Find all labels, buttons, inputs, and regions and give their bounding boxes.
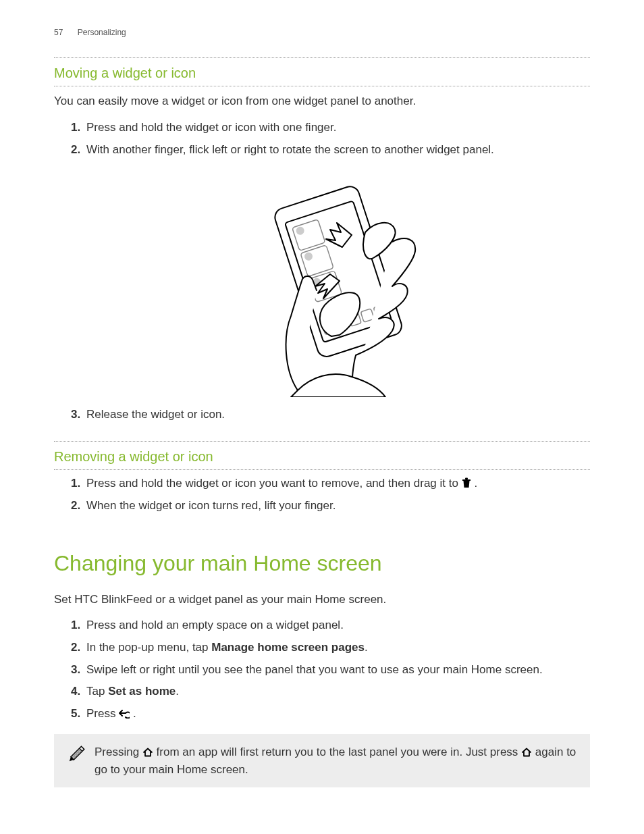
changing-intro: Set HTC BlinkFeed or a widget panel as y… [54, 592, 590, 608]
trash-icon [462, 477, 471, 488]
moving-step-2: With another finger, flick left or right… [84, 142, 590, 398]
gesture-illustration [250, 167, 426, 397]
back-icon [119, 709, 130, 719]
hand-phone-illustration-icon [250, 167, 426, 397]
home-icon [142, 748, 153, 757]
home-icon [521, 748, 532, 757]
svg-line-17 [72, 750, 80, 758]
running-header: 57 Personalizing [54, 27, 590, 38]
header-section: Personalizing [78, 28, 126, 37]
note-part2: from an app will first return you to the… [157, 746, 521, 758]
removing-step-1: Press and hold the widget or icon you wa… [84, 475, 590, 492]
note-part1: Pressing [95, 746, 142, 758]
svg-rect-15 [71, 747, 84, 760]
changing-step-2b: . [365, 641, 368, 654]
section-title-removing: Removing a widget or icon [54, 447, 590, 467]
svg-rect-13 [462, 479, 471, 481]
svg-line-18 [73, 750, 82, 759]
changing-step-3: Swipe left or right until you see the pa… [84, 662, 590, 679]
divider [54, 86, 590, 86]
section-title-changing: Changing your main Home screen [54, 548, 590, 579]
changing-step-1: Press and hold an empty space on a widge… [84, 617, 590, 634]
changing-step-4a: Tap [86, 685, 108, 698]
moving-step-1: Press and hold the widget or icon with o… [84, 120, 590, 136]
removing-steps: Press and hold the widget or icon you wa… [54, 475, 590, 514]
moving-step-2-text: With another finger, flick left or right… [86, 143, 494, 156]
moving-intro: You can easily move a widget or icon fro… [54, 93, 590, 110]
removing-step-2: When the widget or icon turns red, lift … [84, 498, 590, 515]
note-box: Pressing from an app will first return y… [54, 734, 590, 787]
changing-step-2: In the pop-up menu, tap Manage home scre… [84, 640, 590, 656]
section-title-moving: Moving a widget or icon [54, 63, 590, 83]
pencil-icon [66, 744, 85, 766]
changing-step-2a: In the pop-up menu, tap [86, 641, 211, 654]
svg-rect-14 [465, 477, 468, 479]
divider [54, 57, 590, 58]
changing-step-4: Tap Set as home. [84, 683, 590, 700]
changing-step-5b: . [133, 707, 136, 720]
removing-step-1a: Press and hold the widget or icon you wa… [86, 477, 462, 490]
changing-step-5: Press . [84, 706, 590, 723]
changing-step-5a: Press [86, 707, 119, 720]
moving-steps: Press and hold the widget or icon with o… [54, 120, 590, 423]
page: 57 Personalizing Moving a widget or icon… [0, 0, 644, 834]
divider [54, 469, 590, 470]
changing-step-4-bold: Set as home [108, 685, 176, 698]
moving-step-3: Release the widget or icon. [84, 407, 590, 423]
page-number: 57 [54, 28, 63, 37]
removing-step-1b: . [474, 477, 477, 490]
changing-steps: Press and hold an empty space on a widge… [54, 617, 590, 722]
changing-step-2-bold: Manage home screen pages [211, 641, 365, 654]
changing-step-4b: . [176, 685, 179, 698]
note-text: Pressing from an app will first return y… [95, 744, 578, 778]
divider [54, 441, 590, 442]
